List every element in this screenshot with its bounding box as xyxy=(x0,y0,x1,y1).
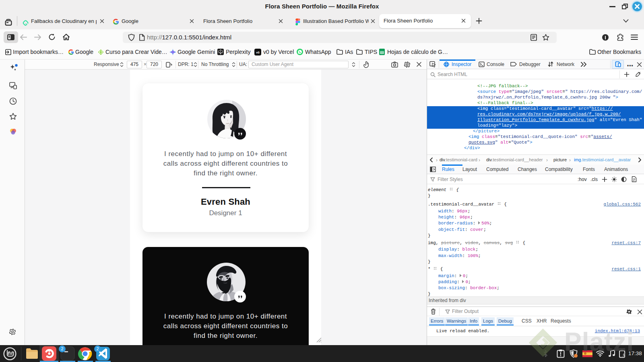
svg-text:v0: v0 xyxy=(256,51,259,54)
